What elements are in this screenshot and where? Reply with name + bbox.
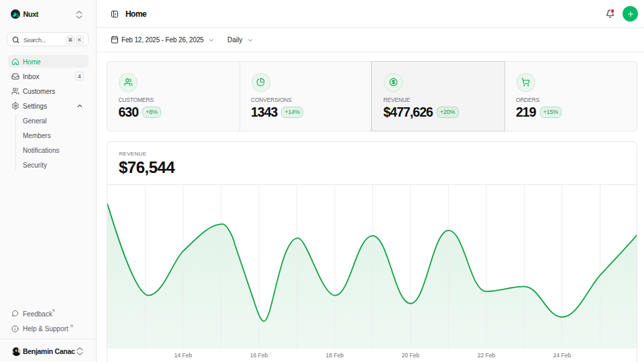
svg-text:16 Feb: 16 Feb: [250, 352, 268, 359]
svg-text:24 Feb: 24 Feb: [553, 352, 572, 359]
svg-text:18 Feb: 18 Feb: [326, 352, 344, 359]
svg-text:20 Feb: 20 Feb: [402, 352, 420, 359]
svg-text:22 Feb: 22 Feb: [478, 352, 496, 359]
svg-text:14 Feb: 14 Feb: [174, 352, 193, 359]
